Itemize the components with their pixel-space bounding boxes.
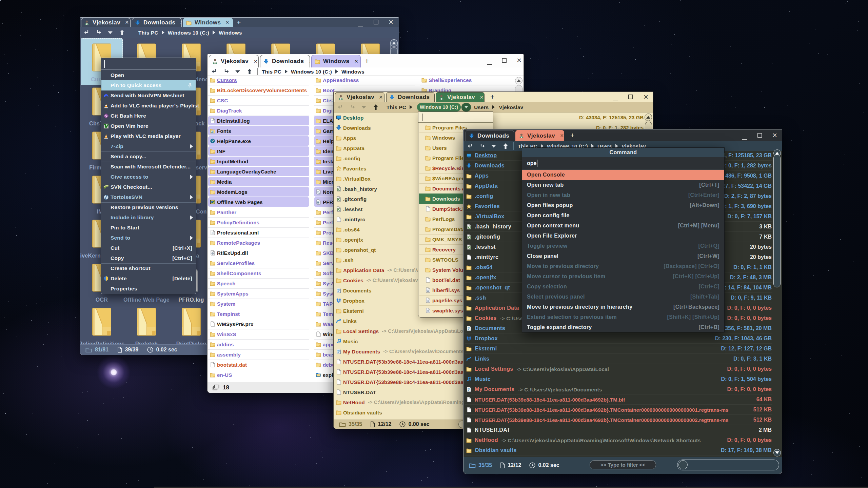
svg-text:?: ? <box>212 139 214 143</box>
svg-text:A: A <box>211 130 213 134</box>
